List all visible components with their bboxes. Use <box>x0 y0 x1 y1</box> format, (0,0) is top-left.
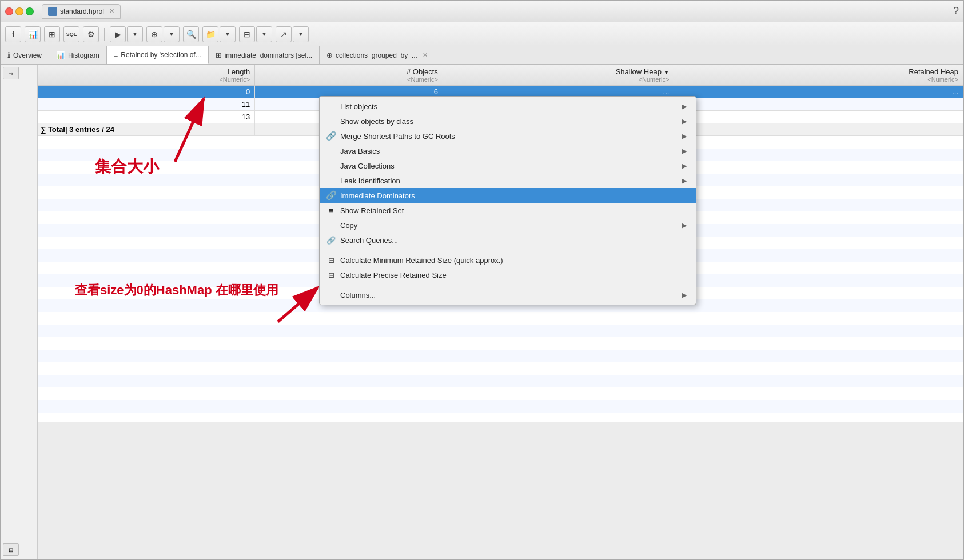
toolbar-gear-btn[interactable]: ⚙ <box>83 26 99 42</box>
help-icon[interactable]: ? <box>953 5 959 17</box>
toolbar-table-btn[interactable]: ⊞ <box>44 26 60 42</box>
menu-item-list-objects-label: List objects <box>340 102 377 111</box>
menu-item-show-by-class[interactable]: Show objects by class ▶ <box>320 114 696 129</box>
menu-item-merge-paths[interactable]: 🔗 Merge Shortest Paths to GC Roots ▶ <box>320 129 696 143</box>
menu-separator-2 <box>320 285 696 285</box>
cell-length: 11 <box>38 98 255 111</box>
nav-tab-retained[interactable]: ≡ Retained by 'selection of... <box>107 46 209 64</box>
menu-item-immediate-dom[interactable]: 🔗 Immediate Dominators <box>320 188 696 203</box>
sidebar-filter-btn[interactable]: ⇒ <box>3 67 19 79</box>
java-basics-arrow: ▶ <box>682 147 687 155</box>
java-collections-icon <box>326 161 336 170</box>
leak-id-arrow: ▶ <box>682 177 687 185</box>
toolbar-export-dropdown[interactable]: ▼ <box>293 26 309 42</box>
toolbar-grid-btn[interactable]: ⊟ <box>239 26 255 42</box>
nav-tab-immediate-dom[interactable]: ⊞ immediate_dominators [sel... <box>209 46 320 64</box>
close-button[interactable] <box>5 7 13 15</box>
search-queries-icon: 🔗 <box>326 235 336 245</box>
menu-item-merge-paths-label: Merge Shortest Paths to GC Roots <box>340 132 455 141</box>
menu-item-calc-min[interactable]: ⊟ Calculate Minimum Retained Size (quick… <box>320 253 696 267</box>
menu-item-calc-precise[interactable]: ⊟ Calculate Precise Retained Size <box>320 267 696 282</box>
total-label: ∑ Total| 3 entries / 24 <box>38 123 255 136</box>
menu-item-columns-label: Columns... <box>340 291 376 299</box>
menu-item-java-collections-label: Java Collections <box>340 162 395 170</box>
sidebar-collapse-btn[interactable]: ⊟ <box>3 543 19 556</box>
toolbar-run-btn[interactable]: ▶ <box>110 26 126 42</box>
window-frame: standard.hprof ✕ ? ℹ 📊 ⊞ SQL ⚙ ▶ ▼ ⊕ ▼ 🔍… <box>0 0 964 560</box>
merge-paths-arrow: ▶ <box>682 133 687 140</box>
menu-item-show-by-class-label: Show objects by class <box>340 117 413 126</box>
toolbar-export-btn[interactable]: ↗ <box>276 26 292 42</box>
show-by-class-arrow: ▶ <box>682 118 687 125</box>
menu-item-search-queries[interactable]: 🔗 Search Queries... <box>320 233 696 247</box>
overview-icon: ℹ <box>7 51 10 59</box>
title-bar: standard.hprof ✕ ? <box>1 1 963 22</box>
menu-item-list-objects[interactable]: List objects ▶ <box>320 99 696 114</box>
col-header-retained[interactable]: Retained Heap <Numeric> <box>674 65 963 86</box>
menu-item-show-retained-set[interactable]: ≡ Show Retained Set <box>320 203 696 218</box>
menu-item-calc-min-label: Calculate Minimum Retained Size (quick a… <box>340 256 503 265</box>
calc-min-icon: ⊟ <box>326 255 336 265</box>
nav-tab-histogram-label: Histogram <box>68 51 99 59</box>
toolbar-sql-btn[interactable]: SQL <box>63 26 79 42</box>
file-tab-close[interactable]: ✕ <box>109 7 114 15</box>
cell-length: 0 <box>38 86 255 98</box>
tab-bar: standard.hprof ✕ <box>42 4 950 19</box>
toolbar-histogram-btn[interactable]: 📊 <box>25 26 41 42</box>
calc-precise-icon: ⊟ <box>326 270 336 279</box>
list-objects-arrow: ▶ <box>682 103 687 110</box>
toolbar-folder-dropdown[interactable]: ▼ <box>220 26 236 42</box>
maximize-button[interactable] <box>26 7 34 15</box>
col-header-shallow[interactable]: Shallow Heap ▼ <Numeric> <box>443 65 674 86</box>
collections-icon: ⊕ <box>326 51 333 59</box>
table-area: Length <Numeric> # Objects <Numeric> Sha… <box>38 65 963 559</box>
nav-tab-immediate-dom-label: immediate_dominators [sel... <box>225 51 312 59</box>
menu-item-columns[interactable]: Columns... ▶ <box>320 287 696 302</box>
menu-item-show-retained-label: Show Retained Set <box>340 206 404 215</box>
cell-length: 13 <box>38 111 255 123</box>
menu-item-java-basics-label: Java Basics <box>340 147 380 155</box>
nav-tab-histogram[interactable]: 📊 Histogram <box>49 46 107 64</box>
toolbar-folder-group: 📁 ▼ <box>202 26 236 42</box>
nav-tab-overview[interactable]: ℹ Overview <box>1 46 49 64</box>
columns-icon <box>326 290 336 299</box>
merge-paths-icon: 🔗 <box>326 131 336 141</box>
toolbar-grid-dropdown[interactable]: ▼ <box>256 26 272 42</box>
immediate-dom-menu-icon: 🔗 <box>326 191 336 200</box>
menu-item-java-basics[interactable]: Java Basics ▶ <box>320 143 696 158</box>
toolbar-sep-1 <box>104 28 105 41</box>
copy-icon <box>326 221 336 230</box>
collections-tab-close[interactable]: ✕ <box>423 51 428 59</box>
menu-item-immediate-dom-label: Immediate Dominators <box>340 191 415 200</box>
toolbar-add-btn[interactable]: ⊕ <box>146 26 162 42</box>
toolbar-add-dropdown[interactable]: ▼ <box>164 26 180 42</box>
nav-tab-collections[interactable]: ⊕ collections_grouped_by_... ✕ <box>320 46 435 64</box>
menu-item-leak-id-label: Leak Identification <box>340 177 400 185</box>
menu-item-leak-id[interactable]: Leak Identification ▶ <box>320 173 696 188</box>
toolbar-add-group: ⊕ ▼ <box>146 26 180 42</box>
file-tab[interactable]: standard.hprof ✕ <box>42 4 121 19</box>
menu-item-search-queries-label: Search Queries... <box>340 236 398 245</box>
menu-separator-1 <box>320 250 696 250</box>
minimize-button[interactable] <box>15 7 23 15</box>
toolbar-export-group: ↗ ▼ <box>276 26 309 42</box>
menu-item-java-collections[interactable]: Java Collections ▶ <box>320 158 696 173</box>
file-tab-label: standard.hprof <box>60 7 104 15</box>
java-basics-icon <box>326 146 336 155</box>
main-content: ⇒ ⊟ Length <Numeric> # Objects < <box>1 65 963 559</box>
toolbar-info-btn[interactable]: ℹ <box>5 26 21 42</box>
toolbar-run-group: ▶ ▼ <box>110 26 143 42</box>
context-menu: List objects ▶ Show objects by class ▶ 🔗… <box>319 96 696 305</box>
col-header-objects[interactable]: # Objects <Numeric> <box>255 65 443 86</box>
copy-arrow: ▶ <box>682 222 687 229</box>
toolbar-search-btn[interactable]: 🔍 <box>183 26 199 42</box>
toolbar-run-dropdown[interactable]: ▼ <box>127 26 143 42</box>
col-header-length[interactable]: Length <Numeric> <box>38 65 255 86</box>
histogram-icon: 📊 <box>56 51 65 59</box>
toolbar: ℹ 📊 ⊞ SQL ⚙ ▶ ▼ ⊕ ▼ 🔍 📁 ▼ ⊟ ▼ ↗ ▼ <box>1 22 963 46</box>
nav-tabs: ℹ Overview 📊 Histogram ≡ Retained by 'se… <box>1 46 963 65</box>
retained-icon: ≡ <box>114 51 118 59</box>
toolbar-folder-btn[interactable]: 📁 <box>202 26 218 42</box>
menu-item-copy[interactable]: Copy ▶ <box>320 218 696 233</box>
window-controls <box>5 7 34 15</box>
